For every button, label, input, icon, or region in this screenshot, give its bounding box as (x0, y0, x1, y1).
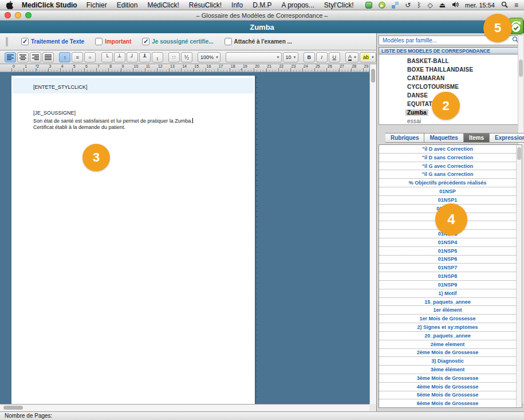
item-list-row[interactable]: 1er élément (379, 306, 522, 315)
bullet-list-button[interactable]: ∷ (168, 52, 180, 62)
item-list-row[interactable]: 01NSP4 (379, 238, 522, 247)
tab[interactable]: Maquettes (424, 133, 463, 143)
ruler[interactable]: 0123456789101112131415161718192021222324… (0, 64, 369, 72)
option-attache-examen[interactable]: Attaché à l'examen ... (224, 38, 292, 45)
document-paragraph[interactable]: Son état de santé est satisfaisant et lu… (33, 118, 193, 130)
item-list-row[interactable]: 3ème Mois de Grossesse (379, 374, 522, 383)
menu-item[interactable]: RésuClick! (189, 1, 222, 9)
item-list-row[interactable]: % Objectifs précédents réalisés (379, 179, 522, 187)
volume-icon[interactable] (452, 1, 459, 9)
tab[interactable]: Expressions (490, 133, 524, 143)
pane-grip[interactable] (6, 37, 8, 46)
item-list-row[interactable]: 2) Signes et sy:mptomes (379, 323, 522, 332)
horizontal-scrollbar-thumb[interactable] (3, 406, 23, 410)
checkbox-checked-icon[interactable]: ✓ (21, 38, 29, 45)
bluetooth-icon[interactable]: ᛒ (417, 2, 421, 9)
item-list-row[interactable]: 15_paquets_annee (379, 298, 522, 307)
bold-button[interactable]: B (304, 52, 315, 62)
item-list-row[interactable]: "il D sans Correction (379, 154, 522, 162)
item-list-row[interactable]: 5ème Mois de Grossesse (379, 391, 522, 400)
body-field-tag[interactable]: [JE_SOUSSIGNE] (33, 110, 76, 116)
model-list-item[interactable]: CYCLOTOURISME (379, 83, 522, 91)
menu-item[interactable]: A propos... (281, 1, 314, 9)
item-list-row[interactable]: "il G avec Correction (379, 162, 522, 171)
item-list-row[interactable]: 20_paquets_annee (379, 332, 522, 340)
items-scrollbar[interactable] (516, 145, 522, 407)
option-important[interactable]: Important (95, 38, 131, 45)
underline-button[interactable]: U (329, 52, 340, 62)
vertical-scrollbar-thumb[interactable] (371, 69, 375, 83)
notification-center-icon[interactable]: ≡ (514, 2, 518, 9)
tab-stop-bar-button[interactable]: ╷ (152, 52, 163, 62)
italic-button[interactable]: I (316, 52, 328, 62)
menu-item[interactable]: D.M.P (253, 1, 271, 9)
highlight-color-select[interactable]: ab▼ (360, 52, 376, 62)
line-spacing-button[interactable]: ↕ (59, 52, 70, 62)
displays-icon[interactable] (392, 2, 399, 9)
item-list-row[interactable]: "il G sans Correction (379, 170, 522, 179)
spacing-narrow-button[interactable]: = (84, 52, 96, 62)
item-list-row[interactable]: 01NSP (379, 187, 522, 196)
item-list-row[interactable]: 1er Mois de Grossesse (379, 315, 522, 323)
checkbox-unchecked-icon[interactable] (95, 38, 103, 45)
tab-stop-left-button[interactable]: └ (101, 52, 113, 62)
item-list-row[interactable]: 01NSP9 (379, 281, 522, 289)
align-right-button[interactable] (30, 52, 41, 62)
wifi-icon[interactable]: ◇ (427, 2, 432, 9)
option-traitement-de-texte[interactable]: ✓ Traitement de Texte (21, 38, 84, 45)
app-name[interactable]: MediClick Studio (22, 1, 77, 9)
apple-menu-icon[interactable] (6, 1, 14, 9)
tab-stop-center-button[interactable]: ┴ (114, 52, 125, 62)
menu-item[interactable]: Edition (117, 1, 138, 9)
indent-marker-icon[interactable]: ▲ (34, 68, 38, 71)
align-center-button[interactable] (17, 52, 29, 62)
model-list-item[interactable]: BOXE THAILLANDAISE (379, 65, 522, 74)
numbered-list-button[interactable]: ⅟₂ (181, 52, 192, 62)
horizontal-scrollbar[interactable] (0, 404, 369, 411)
time-machine-icon[interactable]: ↺ (405, 2, 411, 9)
item-list-row[interactable]: 01NSP5 (379, 247, 522, 256)
items-scrollbar-thumb[interactable] (517, 147, 521, 160)
model-list-item[interactable]: CATAMARAN (379, 74, 522, 83)
model-list-item[interactable]: BASKET-BALL (379, 57, 522, 65)
menu-item[interactable]: Info (231, 1, 243, 9)
item-list-row[interactable]: 01NSP7 (379, 264, 522, 272)
item-list-row[interactable]: 01NSP8 (379, 272, 522, 281)
spacing-wide-button[interactable]: ≡ (72, 52, 83, 62)
document-page[interactable]: [ENTETE_STYLCLICK] [JE_SOUSSIGNE] Son ét… (11, 76, 255, 404)
spotlight-icon[interactable] (501, 1, 508, 9)
font-size-select[interactable]: 10▼ (283, 52, 298, 62)
item-list-row[interactable]: 3ème élément (379, 366, 522, 374)
tab[interactable]: Rubriques (385, 133, 424, 143)
text-color-select[interactable]: A▼ (345, 52, 358, 62)
eject-icon[interactable]: ⏏ (439, 2, 446, 9)
item-list-row[interactable]: 01NSP6 (379, 256, 522, 264)
messenger-status-icon[interactable] (365, 2, 372, 9)
font-select[interactable]: ▼ (226, 52, 281, 62)
option-je-soussigne[interactable]: ✓ Je soussigné certifie... (142, 38, 213, 45)
item-list-row[interactable]: 1) Motif (379, 289, 522, 298)
tab-stop-right-button[interactable]: ┘ (127, 52, 138, 62)
tab-stop-decimal-button[interactable]: ┸ (139, 52, 151, 62)
menu-item[interactable]: Fichier (86, 1, 107, 9)
item-list-row[interactable]: 4ème Mois de Grossesse (379, 383, 522, 391)
align-left-button[interactable] (5, 52, 16, 62)
align-justify-button[interactable] (42, 52, 54, 62)
tab[interactable]: Items (464, 133, 490, 143)
item-list-row[interactable]: 2ème Mois de Grossesse (379, 349, 522, 358)
document-view[interactable]: [ENTETE_STYLCLICK] [JE_SOUSSIGNE] Son ét… (0, 72, 369, 404)
item-list-row[interactable]: 2ème element (379, 340, 522, 349)
item-list-row[interactable]: "il D avec Correction (379, 145, 522, 154)
menu-clock[interactable]: mer. 15:54 (465, 2, 495, 9)
play-status-icon[interactable]: ▶ (379, 2, 385, 9)
models-scrollbar-thumb[interactable] (519, 60, 523, 77)
item-list-row[interactable]: 6ème Mois de Grossesse (379, 399, 522, 407)
item-list-row[interactable]: 3) Diagnostic (379, 357, 522, 366)
vertical-scrollbar[interactable] (369, 64, 376, 404)
menu-item[interactable]: Styl'Click! (324, 1, 354, 9)
right-indent-marker-icon[interactable]: ▲ (239, 68, 243, 71)
zoom-select[interactable]: 100%▼ (198, 52, 220, 62)
checkbox-checked-icon[interactable]: ✓ (142, 38, 149, 45)
menu-item[interactable]: MédiClick! (147, 1, 179, 9)
header-field-tag[interactable]: [ENTETE_STYLCLICK] (33, 84, 88, 90)
